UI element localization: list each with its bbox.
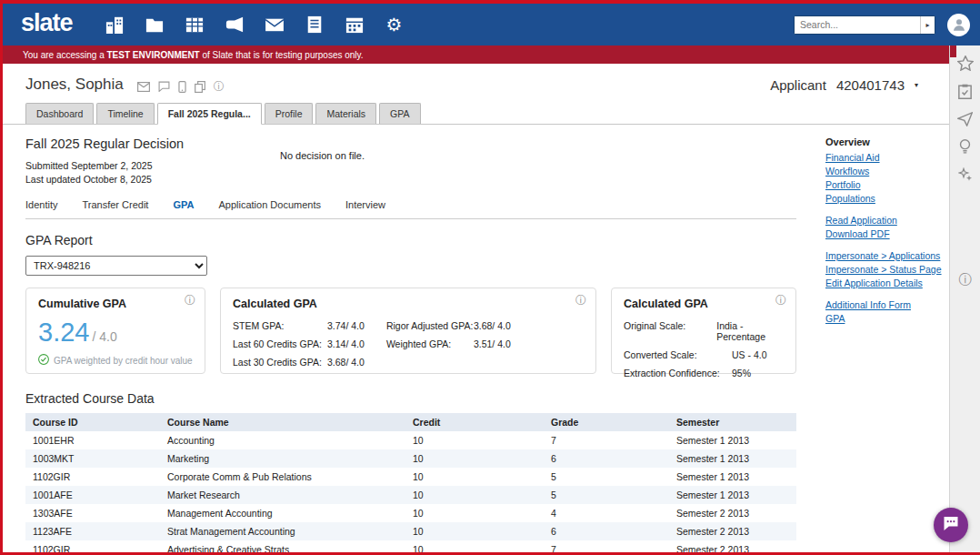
table-cell: Semester 1 2013 xyxy=(669,486,796,504)
quick-link-additional-info-form[interactable]: Additional Info Form xyxy=(825,299,949,310)
sparkles-icon[interactable] xyxy=(958,167,973,182)
content-main: Fall 2025 Regular Decision No decision o… xyxy=(25,125,796,552)
gear-icon[interactable]: ⚙ xyxy=(384,14,405,35)
cumulative-gpa-value: 3.24 xyxy=(38,318,89,348)
table-cell: 10 xyxy=(405,522,544,540)
calendar-icon[interactable] xyxy=(344,14,365,35)
cumulative-gpa-scale: / 4.0 xyxy=(92,329,116,344)
table-cell: 10 xyxy=(405,449,544,468)
course-data-heading: Extracted Course Data xyxy=(25,391,796,406)
user-avatar[interactable] xyxy=(947,14,970,36)
table-cell: 5 xyxy=(544,486,669,504)
quick-link-financial-aid[interactable]: Financial Aid xyxy=(825,152,949,163)
buildings-icon[interactable] xyxy=(104,14,125,35)
gpa-stats-right: Rigor Adjusted GPA:3.68/ 4.0 Weighted GP… xyxy=(386,320,511,375)
table-cell: 10 xyxy=(405,504,544,522)
copy-icon[interactable] xyxy=(195,81,205,93)
gpa-cards: Cumulative GPA ⓘ 3.24 / 4.0 xyxy=(25,288,796,374)
subtab-identity[interactable]: Identity xyxy=(25,199,57,210)
gpa-stat: Rigor Adjusted GPA:3.68/ 4.0 xyxy=(386,320,511,331)
subtab-gpa[interactable]: GPA xyxy=(173,199,194,210)
top-navbar: slate ⚙ xyxy=(3,4,980,45)
banner-edge-mark xyxy=(950,45,956,57)
search-input[interactable] xyxy=(795,16,920,34)
gpa-note-text: GPA weighted by credit hour value xyxy=(54,356,193,366)
quick-link-gpa[interactable]: GPA xyxy=(825,313,949,324)
app-frame: slate ⚙ xyxy=(0,0,980,555)
paper-plane-icon[interactable] xyxy=(957,112,973,126)
table-cell: Market Research xyxy=(160,486,405,504)
table-icon[interactable] xyxy=(184,14,205,35)
subtab-transfer-credit[interactable]: Transfer Credit xyxy=(82,199,148,210)
table-row: 1001EHRAccounting107Semester 1 2013 xyxy=(25,431,796,449)
info-circle-icon[interactable]: ⓘ xyxy=(959,273,972,286)
test-environment-banner: You are accessing a TEST ENVIRONMENT of … xyxy=(3,45,949,64)
slate-logo[interactable]: slate xyxy=(21,9,73,37)
table-cell: 10 xyxy=(405,540,544,552)
gpa-stat: Last 60 Credits GPA:3.14/ 4.0 xyxy=(233,338,365,349)
email-icon[interactable] xyxy=(137,82,150,92)
table-cell: 10 xyxy=(405,431,544,449)
table-cell: Semester 1 2013 xyxy=(669,468,796,486)
applicant-header: Jones, Sophia xyxy=(3,64,949,94)
document-icon[interactable] xyxy=(304,14,325,35)
quick-links-heading: Overview xyxy=(825,136,949,147)
quick-link-edit-application-details[interactable]: Edit Application Details xyxy=(825,278,949,288)
table-cell: 1003MKT xyxy=(25,449,160,468)
chat-icon[interactable] xyxy=(158,81,170,92)
chat-bubble-button[interactable] xyxy=(934,508,968,542)
tab-materials[interactable]: Materials xyxy=(315,103,376,124)
tab-timeline[interactable]: Timeline xyxy=(96,103,154,124)
megaphone-icon[interactable] xyxy=(224,14,245,35)
lightbulb-icon[interactable] xyxy=(959,139,971,155)
quick-link-read-application[interactable]: Read Application xyxy=(825,215,949,226)
info-icon[interactable]: ⓘ xyxy=(575,295,586,306)
banner-emphasis: TEST ENVIRONMENT xyxy=(106,50,199,60)
col-semester: Semester xyxy=(669,413,796,431)
calculated-gpa-card-2: Calculated GPA ⓘ Original Scale:India - … xyxy=(611,288,796,374)
star-icon[interactable] xyxy=(957,56,974,71)
quick-link-impersonate-status-page[interactable]: Impersonate > Status Page xyxy=(825,264,949,275)
table-cell: Semester 2 2013 xyxy=(669,540,796,552)
applicant-id: 420401743 xyxy=(836,77,905,93)
quick-links-groups: Financial AidWorkflowsPortfolioPopulatio… xyxy=(825,152,949,324)
quick-link-download-pdf[interactable]: Download PDF xyxy=(825,228,949,239)
chevron-down-icon: ▾ xyxy=(915,81,918,89)
info-icon[interactable]: ⓘ xyxy=(214,81,225,92)
card-title: Cumulative GPA xyxy=(38,298,193,310)
decision-submitted: Submitted September 2, 2025 xyxy=(25,159,796,173)
table-cell: Advertising & Creative Strats xyxy=(160,540,405,552)
tab-dashboard[interactable]: Dashboard xyxy=(25,103,94,124)
tab-profile[interactable]: Profile xyxy=(265,103,314,124)
cumulative-gpa-value-row: 3.24 / 4.0 xyxy=(38,318,193,348)
phone-icon[interactable] xyxy=(178,81,186,93)
info-icon[interactable]: ⓘ xyxy=(185,295,195,306)
envelope-icon[interactable] xyxy=(264,14,285,35)
table-cell: Management Accounting xyxy=(160,504,405,522)
tab-gpa[interactable]: GPA xyxy=(379,103,420,124)
table-row: 1003MKTMarketing106Semester 1 2013 xyxy=(25,449,796,468)
folder-icon[interactable] xyxy=(144,14,165,35)
table-cell: 6 xyxy=(544,449,669,468)
table-cell: Strat Management Accounting xyxy=(160,522,405,540)
applicant-name: Jones, Sophia xyxy=(25,76,124,94)
quick-link-populations[interactable]: Populations xyxy=(825,193,949,204)
quick-link-workflows[interactable]: Workflows xyxy=(825,166,949,177)
table-cell: Marketing xyxy=(160,449,405,468)
search-submit-button[interactable]: ▸ xyxy=(920,15,935,35)
info-icon[interactable]: ⓘ xyxy=(775,295,786,306)
applicant-id-dropdown[interactable]: Applicant 420401743 ▾ xyxy=(770,77,918,93)
gpa-report-select[interactable]: TRX-948216 xyxy=(25,256,207,276)
quick-link-impersonate-applications[interactable]: Impersonate > Applications xyxy=(825,250,949,261)
tab-fall-2025-regula[interactable]: Fall 2025 Regula... xyxy=(157,103,262,125)
tab-bar: DashboardTimelineFall 2025 Regula...Prof… xyxy=(3,94,949,125)
col-grade: Grade xyxy=(544,413,669,431)
table-row: 1303AFEManagement Accounting104Semester … xyxy=(25,504,796,522)
content-row: Fall 2025 Regular Decision No decision o… xyxy=(3,125,949,552)
clipboard-icon[interactable] xyxy=(958,84,972,99)
table-cell: 1102GIR xyxy=(25,540,160,552)
decision-title: Fall 2025 Regular Decision xyxy=(25,136,796,151)
subtab-interview[interactable]: Interview xyxy=(345,199,385,210)
quick-link-portfolio[interactable]: Portfolio xyxy=(825,179,949,190)
subtab-application-documents[interactable]: Application Documents xyxy=(218,199,321,210)
